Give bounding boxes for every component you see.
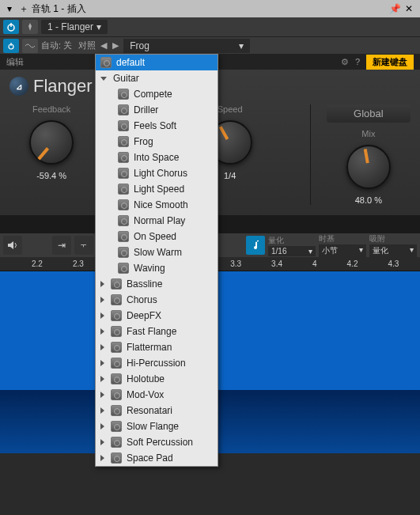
preset-folder-guitar[interactable]: Guitar (96, 70, 218, 86)
pin-icon[interactable]: 📌 (388, 2, 401, 15)
preset-item[interactable]: Hi-Percussion (96, 355, 218, 371)
preset-selector[interactable]: Frog ▾ (123, 39, 250, 53)
snap-label: 吸附 (369, 233, 417, 244)
tool-button-2[interactable]: ⫟ (74, 236, 93, 255)
preset-icon (111, 453, 122, 464)
note-button[interactable] (246, 236, 265, 255)
preset-item[interactable]: On Speed (96, 229, 218, 244)
cursor-icon: ⇥ (58, 240, 66, 251)
preset-icon (111, 342, 122, 353)
plugin-selector[interactable]: 1 - Flanger ▾ (41, 20, 108, 34)
feedback-knob[interactable] (29, 120, 74, 165)
preset-item[interactable]: Light Chorus (96, 165, 218, 181)
window-title: 音轨 1 - 插入 (32, 2, 86, 16)
add-icon[interactable]: ＋ (17, 2, 30, 15)
preset-label: On Speed (134, 231, 176, 242)
mix-knob[interactable] (346, 145, 391, 189)
preset-item[interactable]: Frog (96, 134, 218, 150)
automation-button[interactable] (22, 39, 38, 53)
tool-button-1[interactable]: ⇥ (52, 236, 71, 255)
preset-item[interactable]: DeepFX (96, 308, 218, 324)
preset-label: Light Chorus (134, 168, 187, 179)
preset-item[interactable]: Soft Percussion (96, 434, 218, 450)
automation-label: 自动: 关 (41, 40, 72, 51)
folder-closed-icon (100, 328, 104, 335)
note-icon (251, 240, 260, 251)
pin-icon (26, 23, 34, 31)
pin-button[interactable] (22, 20, 38, 34)
preset-icon (111, 278, 122, 290)
preset-item[interactable]: Space Pad (96, 450, 218, 466)
chevron-down-icon: ▾ (239, 40, 244, 51)
help-icon[interactable]: ? (355, 57, 360, 66)
timebase-value[interactable]: 小节▾ (319, 244, 366, 257)
folder-label: Guitar (113, 73, 139, 84)
prev-preset-button[interactable]: ◀ (99, 40, 108, 50)
bypass-button[interactable] (3, 39, 19, 53)
close-icon[interactable]: ✕ (403, 2, 415, 15)
folder-closed-icon (100, 392, 104, 398)
snap-value[interactable]: 量化▾ (369, 244, 417, 257)
edit-menu[interactable]: 编辑 (6, 56, 24, 68)
quantize-value[interactable]: 1/16▾ (268, 246, 316, 256)
speaker-button[interactable] (3, 236, 22, 255)
preset-item[interactable]: Flatterman (96, 339, 218, 355)
ruler-tick: 3.4 (271, 259, 282, 268)
preset-item[interactable]: Driller (96, 102, 218, 118)
preset-icon (111, 421, 122, 432)
window-titlebar: ▾ ＋ 音轨 1 - 插入 📌 ✕ (0, 0, 420, 17)
new-keyboard-button[interactable]: 新建键盘 (366, 55, 414, 70)
power-icon (7, 42, 15, 50)
preset-item[interactable]: Slow Flange (96, 418, 218, 434)
preset-bar: 自动: 关 对照 ◀ ▶ Frog ▾ (0, 36, 420, 54)
preset-item[interactable]: Bassline (96, 276, 218, 292)
preset-label: Compete (134, 89, 172, 100)
preset-icon (118, 184, 129, 195)
preset-item[interactable]: Light Speed (96, 181, 218, 197)
preset-icon (111, 358, 122, 369)
preset-label: Mod-Vox (127, 389, 164, 400)
folder-open-icon (100, 77, 107, 81)
preset-name: Frog (130, 40, 149, 51)
quantize-label: 量化 (268, 235, 316, 246)
folder-closed-icon (100, 455, 104, 461)
preset-item[interactable]: Holotube (96, 371, 218, 387)
preset-icon (111, 437, 122, 448)
preset-item[interactable]: Mod-Vox (96, 387, 218, 403)
timebase-label: 时基 (319, 233, 366, 244)
preset-item[interactable]: Into Space (96, 150, 218, 165)
preset-item[interactable]: Waving (96, 260, 218, 276)
preset-item-default[interactable]: default (96, 55, 218, 70)
preset-label: Slow Flange (127, 421, 179, 432)
plugin-label: 1 - Flanger (47, 21, 93, 32)
speaker-icon (7, 240, 18, 250)
next-preset-button[interactable]: ▶ (111, 40, 120, 50)
preset-item[interactable]: Chorus (96, 292, 218, 308)
preset-icon (118, 104, 129, 115)
feedback-label: Feedback (9, 104, 93, 114)
preset-icon (111, 405, 122, 416)
gear-icon[interactable]: ⚙ (341, 57, 349, 67)
folder-closed-icon (100, 281, 104, 287)
preset-icon (111, 310, 122, 321)
dropdown-icon[interactable]: ▾ (3, 2, 16, 15)
folder-closed-icon (100, 423, 104, 430)
preset-label: Fast Flange (127, 326, 176, 337)
preset-icon (118, 120, 129, 131)
preset-icon (118, 136, 129, 147)
power-button[interactable] (3, 20, 19, 34)
ruler-tick: 3.3 (230, 259, 241, 268)
preset-label: Bassline (127, 278, 162, 290)
preset-item[interactable]: Fast Flange (96, 324, 218, 339)
preset-item[interactable]: Resonatari (96, 403, 218, 418)
preset-item[interactable]: Feels Soft (96, 118, 218, 134)
preset-item[interactable]: Normal Play (96, 213, 218, 229)
preset-icon (111, 326, 122, 337)
preset-icon (118, 247, 129, 258)
compare-button[interactable]: 对照 (78, 40, 96, 51)
preset-item[interactable]: Compete (96, 86, 218, 102)
ruler-tick: 2.2 (32, 259, 43, 268)
preset-icon (118, 89, 129, 100)
preset-item[interactable]: Slow Warm (96, 244, 218, 260)
preset-item[interactable]: Nice Smooth (96, 197, 218, 213)
